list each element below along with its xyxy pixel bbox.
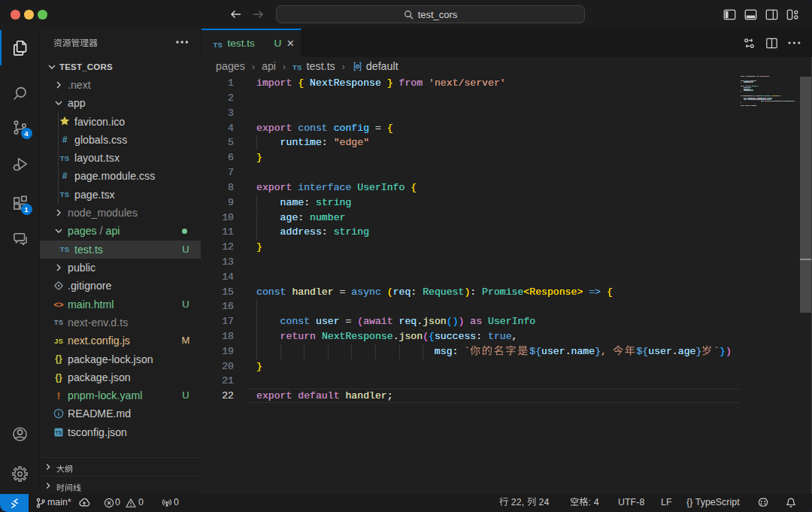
svg-text:TS: TS [56,430,62,435]
